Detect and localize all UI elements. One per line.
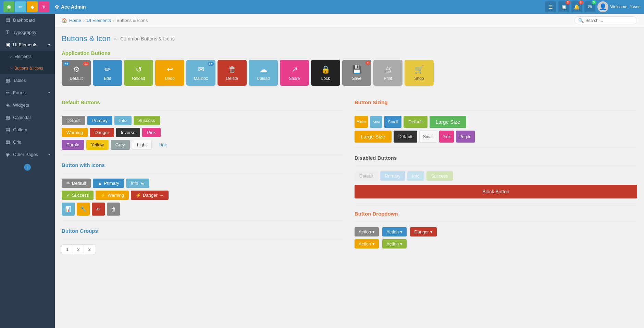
disabled-buttons-title: Disabled Buttons [355,155,637,161]
two-col-section: Default Buttons Default Primary Info Suc… [62,93,637,257]
sidebar-label-tables: Tables [13,78,26,83]
group-btn-1[interactable]: 1 [62,244,73,254]
quick-nav-btn-green[interactable]: ◉ [3,1,14,12]
btn-large2[interactable]: Large Size [355,131,392,143]
check-icon: ✓ [66,193,70,198]
btn-grey[interactable]: Grey [111,140,130,150]
icon-only-chart[interactable]: 📊 [62,203,75,216]
group-btn-3[interactable]: 3 [84,244,95,254]
btn-icon-default[interactable]: ✏ Default [62,179,91,188]
quick-nav-btn-pink[interactable]: ✳ [38,1,49,12]
btn-default2[interactable]: Default [394,131,417,143]
tasks-icon-btn[interactable]: ▣ 6 [558,1,569,12]
btn-pink2[interactable]: Pink [439,131,454,143]
sidebar-item-tables[interactable]: ▦ Tables [0,74,55,86]
dropdown-btn-action-default[interactable]: Action ▾ [355,227,379,236]
app-btn-delete[interactable]: 🗑 Delete [218,60,247,86]
btn-minier[interactable]: Minier [355,116,368,128]
btn-yellow[interactable]: Yellow [86,140,109,150]
notifications-icon-btn[interactable]: 🔔 8 [571,1,582,12]
tasks-badge: 6 [566,0,570,4]
quick-nav-btn-orange[interactable]: ◆ [27,1,38,12]
chat-icon: ☰ [548,4,553,10]
dashboard-icon: ▤ [5,17,10,23]
sidebar-item-buttons-icons[interactable]: › Buttons & Icons [0,62,55,74]
chevron-down-action2-icon: ▾ [400,229,402,234]
printer-icon: 🖨 [140,181,145,186]
app-btn-print[interactable]: 🖨 Print [373,60,402,86]
submenu-arrow-active: › [10,66,12,71]
sidebar-item-dashboard[interactable]: ▤ Dashboard [0,14,55,26]
sidebar-label-gallery: Gallery [13,127,27,132]
sidebar-collapse-button[interactable]: ‹ [24,164,31,171]
btn-sizing-title: Button Sizing [355,99,637,105]
notifications-badge: 8 [579,0,583,4]
email-icon-btn[interactable]: ✉ 5 [584,1,595,12]
sidebar-item-typography[interactable]: T Typography [0,26,55,38]
group-btn-2[interactable]: 2 [73,244,84,254]
btn-light[interactable]: Light [132,140,152,150]
icon-only-trash[interactable]: 🗑 [107,203,120,216]
app-btn-print-label: Print [384,76,392,81]
btn-small2[interactable]: Small [419,131,437,143]
gear-icon: ⚙ [73,65,80,74]
btn-size-default[interactable]: Default [404,116,427,128]
block-button[interactable]: Block Button [355,185,637,198]
chevron-right-forms-icon: ▾ [48,91,50,95]
btn-link[interactable]: Link [154,140,172,150]
breadcrumb-parent[interactable]: UI Elements [87,18,111,23]
app-btn-lock[interactable]: 🔒 Lock [311,60,340,86]
app-btn-edit[interactable]: ✏ Edit [93,60,122,86]
app-btn-save[interactable]: ● 💾 Save [342,60,371,86]
sidebar-item-gallery[interactable]: ▤ Gallery [0,123,55,136]
btn-icon-primary[interactable]: ▲ Primary [93,179,124,188]
dropdown-btn-action-primary[interactable]: Action ▾ [382,227,407,236]
dropdown-btn-success[interactable]: Action ▾ [382,239,407,248]
btn-info[interactable]: Info [114,116,132,125]
brand: ✿ Ace Admin [55,4,86,10]
btn-primary[interactable]: Primary [87,116,112,125]
btn-small[interactable]: Small [384,116,401,128]
app-btn-mailbox[interactable]: 6+ ✉ Mailbox [186,60,215,86]
sidebar-item-ui-elements[interactable]: ▣ UI Elements ▾ [0,38,55,51]
chevron-down-danger-icon: ▾ [430,229,433,234]
btn-icon-success[interactable]: ✓ Success [62,191,94,200]
chat-icon-btn[interactable]: ☰ [545,1,556,12]
btn-icon-info[interactable]: Info 🖨 [126,179,149,188]
app-btn-share[interactable]: ↗ Share [280,60,309,86]
icon-only-wrench[interactable]: 🔧 [77,203,90,216]
btn-success[interactable]: Success [134,116,160,125]
app-btn-shop[interactable]: 🛒 Shop [405,60,434,86]
sidebar-item-calendar[interactable]: ▦ Calendar [0,111,55,123]
dropdown-btn-warning[interactable]: Action ▾ [355,239,379,248]
chevron-down-success-icon: ▾ [400,241,402,246]
btn-purple[interactable]: Purple [62,140,84,150]
btn-danger[interactable]: Danger [90,128,114,137]
btn-purple2[interactable]: Purple [456,131,475,143]
btn-icon-warning[interactable]: ⚡ Warning [96,191,129,200]
app-btn-mailbox-label: Mailbox [194,76,208,81]
btn-warning[interactable]: Warning [62,128,88,137]
btn-mini[interactable]: Mini [370,116,382,128]
sidebar-item-elements[interactable]: › Elements [0,51,55,62]
btn-inverse[interactable]: Inverse [116,128,140,137]
disabled-row: Default Primary Info Success [355,171,637,181]
divider-r2 [355,148,637,148]
breadcrumb-home[interactable]: Home [69,18,81,23]
sidebar-item-forms[interactable]: ☰ Forms ▾ [0,86,55,99]
btn-default[interactable]: Default [62,116,85,125]
quick-nav-btn-blue[interactable]: ✏ [15,1,26,12]
icon-only-undo[interactable]: ↩ [92,203,105,216]
sidebar-item-widgets[interactable]: ◈ Widgets [0,99,55,111]
sidebar-item-other-pages[interactable]: ◉ Other Pages ▾ [0,148,55,160]
btn-large[interactable]: Large Size [430,116,467,128]
btn-icon-danger[interactable]: ⚡ Danger → [131,191,169,200]
app-btn-reload[interactable]: ↺ Reload [124,60,153,86]
app-btn-default[interactable]: +3 11 ⚙ Default [62,60,91,86]
app-btn-undo[interactable]: ↩ Undo [155,60,184,86]
sidebar-item-grid[interactable]: ▦ Grid [0,136,55,148]
dropdown-btn-danger[interactable]: Danger ▾ [410,227,437,236]
search-input[interactable] [585,18,633,23]
app-btn-upload[interactable]: ☁ Upload [249,60,278,86]
btn-pink[interactable]: Pink [142,128,160,137]
